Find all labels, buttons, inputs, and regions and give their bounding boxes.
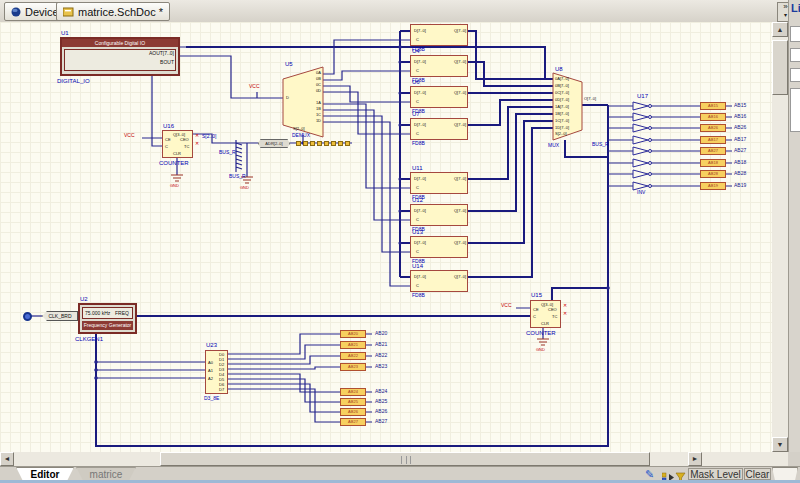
- counter2-vcc: VCC: [501, 303, 512, 308]
- tab-document[interactable]: matrice.SchDoc *: [56, 2, 170, 21]
- altium-window: Devices matrice.SchDoc * » ▾: [0, 0, 800, 483]
- port-pad[interactable]: AB26: [700, 124, 726, 132]
- output-buffers[interactable]: [633, 102, 652, 190]
- panel-list-item[interactable]: [790, 88, 800, 132]
- v-scrollbar[interactable]: ▲ ▼: [772, 22, 788, 452]
- mux-in: 0B[7..0]: [555, 84, 569, 88]
- net-label: AB19: [734, 183, 746, 188]
- dec-in: A2: [208, 377, 213, 381]
- port-pad[interactable]: AB23: [340, 363, 366, 371]
- freqgen-block[interactable]: 75.000 kHz FREQ Frequency Generator: [78, 303, 137, 334]
- tab-editor[interactable]: Editor: [16, 467, 74, 481]
- libraries-panel-sliver[interactable]: Li: [788, 0, 800, 452]
- tab-document-label: matrice.SchDoc *: [78, 6, 163, 18]
- register-fd8b[interactable]: D[7..0] Q[7..0] C: [410, 172, 468, 194]
- net-label: AB18: [734, 160, 746, 165]
- port-pad[interactable]: AB19: [700, 182, 726, 190]
- counter1-gnd: GND: [170, 184, 179, 188]
- demux-out: 0B: [308, 77, 321, 81]
- reg-c: C: [416, 132, 419, 136]
- h-scroll-thumb[interactable]: [160, 452, 650, 466]
- mux-in: 1B[7..0]: [555, 112, 569, 116]
- reg-c: C: [416, 250, 419, 254]
- panel-list-item[interactable]: [790, 48, 800, 62]
- v-scroll-thumb[interactable]: [772, 40, 788, 95]
- scroll-right-button[interactable]: ►: [688, 452, 702, 466]
- up-arrow-icon: ▲: [777, 26, 784, 33]
- reg-ref: U4: [412, 48, 420, 54]
- clk-brd-label: CLK_BRD: [48, 313, 71, 319]
- counter1-c: C: [165, 145, 168, 149]
- net-square: [345, 141, 350, 146]
- mux-in: 1D[7..0]: [555, 126, 569, 130]
- document-tabbar: Devices matrice.SchDoc * » ▾: [0, 0, 800, 23]
- reg-d: D[7..0]: [414, 275, 426, 279]
- freqgen-title: Frequency Generator: [82, 321, 133, 330]
- port-pad[interactable]: AB24: [340, 388, 366, 396]
- mux-in: 1C[7..0]: [555, 119, 569, 123]
- dec-out: D7: [219, 388, 224, 392]
- reg-q: Q[7..0]: [441, 275, 466, 279]
- net-label: AB21: [375, 342, 387, 347]
- port-pad[interactable]: AB28: [700, 170, 726, 178]
- net-label: AB25: [375, 399, 387, 404]
- port-pad[interactable]: AB26: [340, 408, 366, 416]
- filter-controls[interactable]: [662, 469, 686, 480]
- demux-out: 1D: [308, 119, 321, 123]
- down-arrow-icon: ▼: [777, 441, 784, 448]
- noconnect-x: ✕: [195, 133, 199, 138]
- net-label: AB26: [375, 409, 387, 414]
- port-pad[interactable]: AB15: [700, 102, 726, 110]
- port-pad[interactable]: AB18: [700, 159, 726, 167]
- register-fd8b[interactable]: D[7..0] Q[7..0] C: [410, 86, 468, 108]
- port-circle-icon: [23, 312, 32, 321]
- demux-out: 1A: [308, 101, 321, 105]
- reg-c: C: [416, 69, 419, 73]
- register-fd8b[interactable]: D[7..0] Q[7..0] C: [410, 204, 468, 226]
- panel-list-item[interactable]: [790, 26, 800, 42]
- noconnect-x: ✕: [195, 141, 199, 146]
- port-pad[interactable]: AB25: [340, 398, 366, 406]
- demux-out: 0D: [308, 89, 321, 93]
- port-pad[interactable]: AB20: [340, 330, 366, 338]
- mask-level-button[interactable]: Mask Level: [688, 468, 743, 480]
- port-pad[interactable]: AB27: [340, 418, 366, 426]
- scroll-up-button[interactable]: ▲: [772, 22, 788, 37]
- counter2[interactable]: Q[3..0] CE C CEO TC CLR: [530, 300, 561, 328]
- scroll-down-button[interactable]: ▼: [772, 437, 788, 452]
- register-fd8b[interactable]: D[7..0] Q[7..0] C: [410, 118, 468, 140]
- adr-tag-label: ADR[2..0]: [265, 141, 282, 146]
- schdoc-icon: [63, 7, 74, 17]
- decoder[interactable]: A0 A1 A2 D0 D1 D2 D3 D4 D5 D6 D7: [205, 350, 228, 394]
- clear-button[interactable]: Clear: [744, 468, 771, 480]
- devices-icon: [11, 7, 21, 17]
- bus-wires: [96, 31, 608, 446]
- counter2-ceo: CEO: [548, 308, 557, 312]
- clk-brd-tag[interactable]: CLK_BRD: [42, 311, 78, 321]
- register-fd8b[interactable]: D[7..0] Q[7..0] C: [410, 270, 468, 292]
- panel-list-item[interactable]: [790, 68, 800, 82]
- digital-io-block[interactable]: Configurable Digital IO AOUT[7..0] BOUT: [60, 37, 180, 76]
- port-pad[interactable]: AB21: [340, 341, 366, 349]
- counter1[interactable]: Q[3..0] CE C CEO TC CLR: [162, 130, 193, 158]
- port-pad[interactable]: AB16: [700, 113, 726, 121]
- port-pad[interactable]: AB17: [700, 136, 726, 144]
- schematic-canvas[interactable]: U1 Configurable Digital IO AOUT[7..0] BO…: [0, 22, 772, 452]
- adr-tag[interactable]: ADR[2..0]: [258, 139, 290, 148]
- mux-in: 0A[7..0]: [555, 77, 569, 81]
- reg-q: Q[7..0]: [441, 177, 466, 181]
- port-pad[interactable]: AB22: [340, 352, 366, 360]
- u16-ref: U16: [163, 123, 174, 129]
- h-scrollbar[interactable]: ◄ ►: [0, 452, 788, 466]
- port-pad[interactable]: AB27: [700, 147, 726, 155]
- demux-out: 0A: [308, 71, 321, 75]
- register-fd8b[interactable]: D[7..0] Q[7..0] C: [410, 24, 468, 46]
- scroll-left-button[interactable]: ◄: [0, 452, 14, 466]
- register-fd8b[interactable]: D[7..0] Q[7..0] C: [410, 55, 468, 77]
- demux-out: 1B: [308, 107, 321, 111]
- register-fd8b[interactable]: D[7..0] Q[7..0] C: [410, 236, 468, 258]
- mux-label: MUX: [548, 143, 559, 148]
- tab-matrice[interactable]: matrice: [76, 467, 136, 481]
- reg-ref: U7: [412, 111, 420, 117]
- freqgen-pin: FREQ: [115, 311, 129, 316]
